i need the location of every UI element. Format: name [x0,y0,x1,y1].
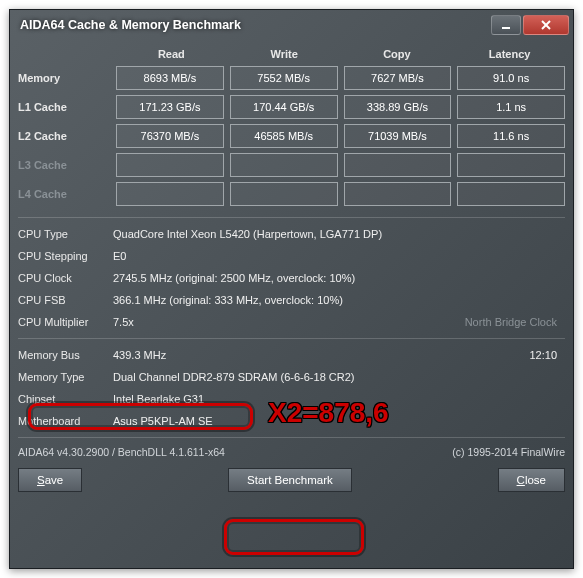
north-bridge-label: North Bridge Clock [435,316,565,328]
info-row: CPU Clock2745.5 MHz (original: 2500 MHz,… [18,268,565,288]
info-row: CPU FSB366.1 MHz (original: 333 MHz, ove… [18,290,565,310]
value-cell: 46585 MB/s [230,124,338,148]
start-benchmark-button[interactable]: Start Benchmark [228,468,352,492]
info-row: MotherboardAsus P5KPL-AM SE [18,411,565,431]
row-label: Memory [18,72,110,84]
col-write: Write [231,48,338,60]
table-row: Memory8693 MB/s7552 MB/s7627 MB/s91.0 ns [18,66,565,90]
content-panel: Read Write Copy Latency Memory8693 MB/s7… [18,44,565,560]
value-cell: 7627 MB/s [344,66,452,90]
row-label: L2 Cache [18,130,110,142]
value-cell: 7552 MB/s [230,66,338,90]
info-row-memory-bus: Memory Bus439.3 MHz12:10 [18,345,565,365]
value-cell: 11.6 ns [457,124,565,148]
value-cell: 338.89 GB/s [344,95,452,119]
value-cell: 71039 MB/s [344,124,452,148]
value-cell: 1.1 ns [457,95,565,119]
info-row: Memory TypeDual Channel DDR2-879 SDRAM (… [18,367,565,387]
divider [18,437,565,438]
info-row: ChipsetIntel Bearlake G31 [18,389,565,409]
row-label: L1 Cache [18,101,110,113]
col-read: Read [118,48,225,60]
value-cell [230,182,338,206]
value-cell: 8693 MB/s [116,66,224,90]
close-window-button[interactable] [523,15,569,35]
table-row: L1 Cache171.23 GB/s170.44 GB/s338.89 GB/… [18,95,565,119]
divider [18,217,565,218]
benchmark-table: Memory8693 MB/s7552 MB/s7627 MB/s91.0 ns… [18,66,565,211]
info-row: CPU Multiplier7.5xNorth Bridge Clock [18,312,565,332]
table-row: L3 Cache [18,153,565,177]
version-text: AIDA64 v4.30.2900 / BenchDLL 4.1.611-x64 [18,446,225,458]
info-row: CPU SteppingE0 [18,246,565,266]
app-window: AIDA64 Cache & Memory Benchmark Read Wri… [9,9,574,569]
table-header: Read Write Copy Latency [18,44,565,64]
value-cell [116,182,224,206]
table-row: L4 Cache [18,182,565,206]
value-cell [230,153,338,177]
row-label: L4 Cache [18,188,110,200]
close-button[interactable]: Close [498,468,565,492]
divider [18,338,565,339]
col-latency: Latency [456,48,563,60]
footer: AIDA64 v4.30.2900 / BenchDLL 4.1.611-x64… [18,444,565,460]
button-row: Save Start Benchmark Close [18,462,565,492]
value-cell [457,182,565,206]
value-cell [344,182,452,206]
value-cell [344,153,452,177]
info-row: CPU TypeQuadCore Intel Xeon L5420 (Harpe… [18,224,565,244]
titlebar: AIDA64 Cache & Memory Benchmark [10,10,573,40]
value-cell: 170.44 GB/s [230,95,338,119]
minimize-button[interactable] [491,15,521,35]
window-title: AIDA64 Cache & Memory Benchmark [20,18,491,32]
value-cell [457,153,565,177]
window-controls [491,15,569,35]
col-copy: Copy [344,48,451,60]
table-row: L2 Cache76370 MB/s46585 MB/s71039 MB/s11… [18,124,565,148]
save-button[interactable]: Save [18,468,82,492]
value-cell: 171.23 GB/s [116,95,224,119]
value-cell: 76370 MB/s [116,124,224,148]
row-label: L3 Cache [18,159,110,171]
copyright-text: (c) 1995-2014 FinalWire [452,446,565,458]
value-cell [116,153,224,177]
value-cell: 91.0 ns [457,66,565,90]
